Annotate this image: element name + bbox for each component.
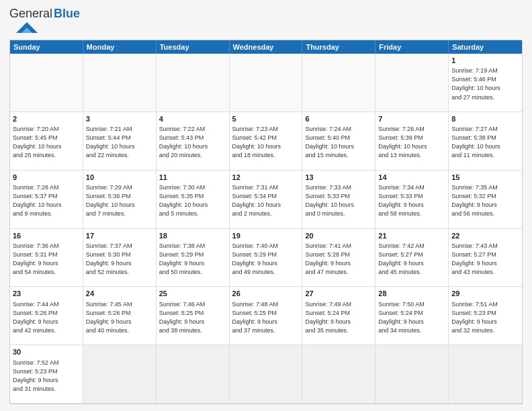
day-number: 4 [159,114,226,124]
day-info: Sunrise: 7:52 AM Sunset: 5:23 PM Dayligh… [13,359,80,394]
day-number: 2 [13,114,80,124]
table-row: 11Sunrise: 7:30 AM Sunset: 5:35 PM Dayli… [157,171,230,229]
day-number: 27 [305,289,372,299]
day-number: 18 [159,231,226,241]
table-row: 10Sunrise: 7:29 AM Sunset: 5:36 PM Dayli… [83,171,157,229]
day-info: Sunrise: 7:41 AM Sunset: 5:28 PM Dayligh… [305,242,372,277]
day-number: 5 [232,114,300,124]
table-row: 1Sunrise: 7:19 AM Sunset: 5:46 PM Daylig… [449,54,522,112]
day-number: 11 [159,173,226,183]
day-number: 29 [451,289,519,299]
day-info: Sunrise: 7:35 AM Sunset: 5:32 PM Dayligh… [451,183,519,218]
table-row: 22Sunrise: 7:43 AM Sunset: 5:27 PM Dayli… [449,229,522,287]
day-number: 3 [86,114,153,124]
day-info: Sunrise: 7:34 AM Sunset: 5:33 PM Dayligh… [378,183,445,218]
day-number: 8 [451,114,519,124]
day-info: Sunrise: 7:49 AM Sunset: 5:24 PM Dayligh… [305,300,372,335]
day-info: Sunrise: 7:30 AM Sunset: 5:35 PM Dayligh… [159,183,226,218]
table-row [83,54,157,112]
day-info: Sunrise: 7:40 AM Sunset: 5:29 PM Dayligh… [232,242,300,277]
table-row [83,345,157,404]
table-row: 8Sunrise: 7:27 AM Sunset: 5:38 PM Daylig… [449,112,522,171]
day-info: Sunrise: 7:31 AM Sunset: 5:34 PM Dayligh… [232,183,300,218]
day-header-fri: Friday [375,40,449,54]
page: General Blue Sunday Monday Tuesday Wedne… [0,0,532,411]
day-info: Sunrise: 7:28 AM Sunset: 5:37 PM Dayligh… [13,183,80,218]
day-number: 14 [378,173,445,183]
table-row: 24Sunrise: 7:45 AM Sunset: 5:26 PM Dayli… [83,287,157,345]
table-row: 30Sunrise: 7:52 AM Sunset: 5:23 PM Dayli… [10,345,83,404]
day-info: Sunrise: 7:50 AM Sunset: 5:24 PM Dayligh… [378,300,445,335]
table-row: 25Sunrise: 7:46 AM Sunset: 5:25 PM Dayli… [157,287,230,345]
day-info: Sunrise: 7:24 AM Sunset: 5:40 PM Dayligh… [305,125,372,160]
table-row [10,54,83,112]
day-number: 9 [13,173,80,183]
day-number: 13 [305,173,372,183]
day-number: 23 [13,289,80,299]
table-row: 29Sunrise: 7:51 AM Sunset: 5:23 PM Dayli… [449,287,522,345]
day-info: Sunrise: 7:42 AM Sunset: 5:27 PM Dayligh… [378,242,445,277]
day-info: Sunrise: 7:43 AM Sunset: 5:27 PM Dayligh… [451,242,519,277]
day-header-sun: Sunday [10,40,83,54]
day-info: Sunrise: 7:27 AM Sunset: 5:38 PM Dayligh… [451,125,519,160]
day-number: 17 [86,231,153,241]
day-info: Sunrise: 7:48 AM Sunset: 5:25 PM Dayligh… [232,300,300,335]
day-number: 19 [232,231,300,241]
table-row: 16Sunrise: 7:36 AM Sunset: 5:31 PM Dayli… [10,229,83,287]
table-row: 14Sunrise: 7:34 AM Sunset: 5:33 PM Dayli… [375,171,449,229]
day-number: 30 [13,347,80,357]
day-info: Sunrise: 7:21 AM Sunset: 5:44 PM Dayligh… [86,125,153,160]
table-row [157,345,230,404]
table-row [302,54,375,112]
day-info: Sunrise: 7:44 AM Sunset: 5:26 PM Dayligh… [13,300,80,335]
day-header-wed: Wednesday [230,40,303,54]
logo-text: General [9,7,52,21]
table-row: 9Sunrise: 7:28 AM Sunset: 5:37 PM Daylig… [10,171,83,229]
day-info: Sunrise: 7:22 AM Sunset: 5:43 PM Dayligh… [159,125,226,160]
day-number: 21 [378,231,445,241]
day-info: Sunrise: 7:29 AM Sunset: 5:36 PM Dayligh… [86,183,153,218]
day-number: 16 [13,231,80,241]
table-row: 28Sunrise: 7:50 AM Sunset: 5:24 PM Dayli… [375,287,449,345]
table-row [449,345,522,404]
calendar: Sunday Monday Tuesday Wednesday Thursday… [9,40,523,404]
day-number: 6 [305,114,372,124]
day-number: 1 [451,56,519,66]
calendar-grid: 1Sunrise: 7:19 AM Sunset: 5:46 PM Daylig… [10,54,522,404]
day-number: 20 [305,231,372,241]
table-row [230,345,303,404]
table-row: 23Sunrise: 7:44 AM Sunset: 5:26 PM Dayli… [10,287,83,345]
day-info: Sunrise: 7:45 AM Sunset: 5:26 PM Dayligh… [86,300,153,335]
logo: General Blue [9,7,80,36]
table-row: 18Sunrise: 7:38 AM Sunset: 5:29 PM Dayli… [157,229,230,287]
day-info: Sunrise: 7:38 AM Sunset: 5:29 PM Dayligh… [159,242,226,277]
day-headers: Sunday Monday Tuesday Wednesday Thursday… [10,40,522,54]
day-info: Sunrise: 7:26 AM Sunset: 5:39 PM Dayligh… [378,125,445,160]
day-info: Sunrise: 7:19 AM Sunset: 5:46 PM Dayligh… [451,66,519,101]
day-number: 7 [378,114,445,124]
day-header-mon: Monday [83,40,157,54]
table-row: 26Sunrise: 7:48 AM Sunset: 5:25 PM Dayli… [230,287,303,345]
day-number: 10 [86,173,153,183]
table-row [302,345,375,404]
table-row: 20Sunrise: 7:41 AM Sunset: 5:28 PM Dayli… [302,229,375,287]
table-row: 15Sunrise: 7:35 AM Sunset: 5:32 PM Dayli… [449,171,522,229]
day-info: Sunrise: 7:36 AM Sunset: 5:31 PM Dayligh… [13,242,80,277]
day-header-thu: Thursday [302,40,375,54]
table-row: 4Sunrise: 7:22 AM Sunset: 5:43 PM Daylig… [157,112,230,171]
table-row: 27Sunrise: 7:49 AM Sunset: 5:24 PM Dayli… [302,287,375,345]
logo-icon [9,21,43,36]
table-row [230,54,303,112]
day-info: Sunrise: 7:37 AM Sunset: 5:30 PM Dayligh… [86,242,153,277]
header: General Blue [9,7,523,36]
day-info: Sunrise: 7:20 AM Sunset: 5:45 PM Dayligh… [13,125,80,160]
table-row: 3Sunrise: 7:21 AM Sunset: 5:44 PM Daylig… [83,112,157,171]
day-number: 28 [378,289,445,299]
day-number: 24 [86,289,153,299]
table-row: 12Sunrise: 7:31 AM Sunset: 5:34 PM Dayli… [230,171,303,229]
table-row: 2Sunrise: 7:20 AM Sunset: 5:45 PM Daylig… [10,112,83,171]
table-row: 17Sunrise: 7:37 AM Sunset: 5:30 PM Dayli… [83,229,157,287]
table-row: 5Sunrise: 7:23 AM Sunset: 5:42 PM Daylig… [230,112,303,171]
day-number: 26 [232,289,300,299]
table-row: 7Sunrise: 7:26 AM Sunset: 5:39 PM Daylig… [375,112,449,171]
